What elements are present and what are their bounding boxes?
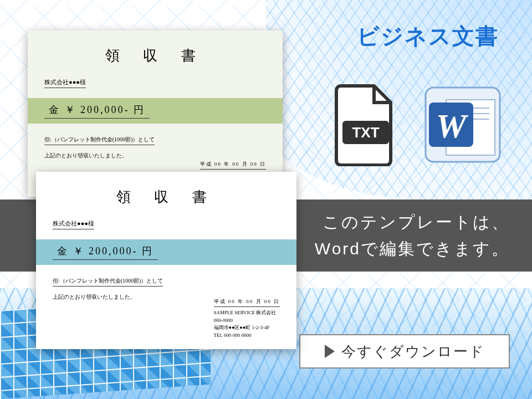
file-type-icons: TXT W bbox=[332, 83, 504, 166]
receipt-addressee: 株式会社●●●様 bbox=[53, 219, 94, 229]
receipt-company: SAMPLE SERVICE 株式会社 bbox=[214, 309, 280, 317]
receipt-template-blue: 領 収 書 株式会社●●●様 金 ￥ 200,000- 円 但:（パンフレット制… bbox=[36, 172, 296, 349]
receipt-address: 福岡市●●区●●町 1-2-3-4F bbox=[214, 324, 280, 332]
txt-file-icon: TXT bbox=[332, 83, 399, 166]
receipt-tel: TEL 000 000 0000 bbox=[214, 332, 280, 340]
svg-text:W: W bbox=[436, 107, 468, 145]
receipt-title: 領 収 書 bbox=[44, 46, 266, 65]
receipt-date: 平成 00 年 00 月 00 日 bbox=[200, 161, 267, 170]
receipt-title: 領 収 書 bbox=[53, 187, 280, 207]
receipt-amount: 金 ￥ 200,000- 円 bbox=[53, 244, 158, 260]
receipt-note: 但:（パンフレット制作代金(1000部)）として bbox=[53, 277, 163, 287]
download-button-label: 今すぐダウンロード bbox=[341, 342, 485, 361]
receipt-postal: 000-0000 bbox=[214, 317, 280, 325]
description-line: Wordで編集できます。 bbox=[315, 236, 510, 262]
description-text: このテンプレートは、 Wordで編集できます。 bbox=[315, 209, 510, 262]
download-button[interactable]: 今すぐダウンロード bbox=[299, 334, 510, 369]
receipt-addressee: 株式会社●●●様 bbox=[44, 78, 86, 88]
category-title: ビジネス文書 bbox=[357, 21, 499, 52]
description-line: このテンプレートは、 bbox=[315, 209, 510, 236]
word-file-icon: W bbox=[421, 83, 504, 166]
receipt-amount-band: 金 ￥ 200,000- 円 bbox=[36, 239, 296, 265]
svg-text:TXT: TXT bbox=[352, 124, 379, 141]
play-triangle-icon bbox=[325, 345, 335, 358]
receipt-confirm: 上記のとおり領収いたしました。 bbox=[44, 152, 266, 160]
receipt-date: 平成 00 年 00 月 00 日 bbox=[214, 298, 280, 308]
receipt-note: 但:（パンフレット制作代金(1000部)）として bbox=[44, 136, 155, 145]
receipt-amount: 金 ￥ 200,000- 円 bbox=[44, 103, 150, 119]
receipt-amount-band: 金 ￥ 200,000- 円 bbox=[28, 98, 283, 124]
receipt-footer: 平成 00 年 00 月 00 日 SAMPLE SERVICE 株式会社 00… bbox=[214, 298, 280, 340]
